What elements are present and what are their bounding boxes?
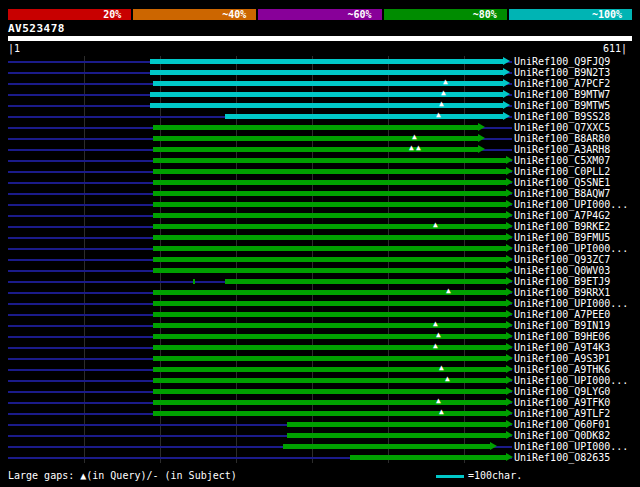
arrowhead-icon <box>503 90 510 98</box>
alignment-bar[interactable] <box>153 290 506 295</box>
alignment-row: UniRef100_Q5SNE1 <box>0 177 640 188</box>
scale-start-label: |1 <box>8 43 20 54</box>
arrowhead-icon <box>503 68 510 76</box>
alignment-bar[interactable] <box>153 345 506 350</box>
arrowhead-icon <box>506 266 513 274</box>
alignment-row: UniRef100_C0PLL2 <box>0 166 640 177</box>
alignment-label[interactable]: UniRef100_UPI000... <box>514 199 628 210</box>
alignment-label[interactable]: UniRef100_B8AR80 <box>514 133 610 144</box>
gap-marker-icon: ▲ <box>439 407 444 417</box>
alignment-bar[interactable] <box>287 422 506 427</box>
alignment-label[interactable]: UniRef100_Q9LYG0 <box>514 386 610 397</box>
alignment-label[interactable]: UniRef100_A9TFK0 <box>514 397 610 408</box>
alignment-bar[interactable] <box>150 59 503 64</box>
alignment-label[interactable]: UniRef100_B8AQW7 <box>514 188 610 199</box>
alignment-label[interactable]: UniRef100_UPI000... <box>514 441 628 452</box>
alignment-label[interactable]: UniRef100_Q9FJQ9 <box>514 56 610 67</box>
alignment-label[interactable]: UniRef100_B9FMU5 <box>514 232 610 243</box>
gap-marker-icon: ▲ <box>441 88 446 98</box>
alignment-bar[interactable] <box>225 279 506 284</box>
alignment-bar[interactable] <box>153 356 506 361</box>
alignment-bar[interactable] <box>153 323 506 328</box>
alignment-bar[interactable] <box>153 235 506 240</box>
alignment-plot: UniRef100_Q9FJQ9UniRef100_B9N2T3▲UniRef1… <box>0 56 640 463</box>
alignment-bar[interactable] <box>283 444 490 449</box>
alignment-label[interactable]: UniRef100_A9T4K3 <box>514 342 610 353</box>
alignment-label[interactable]: UniRef100_Q5SNE1 <box>514 177 610 188</box>
gap-marker-icon: ▲ <box>433 220 438 230</box>
arrowhead-icon <box>506 255 513 263</box>
alignment-label[interactable]: UniRef100_UPI000... <box>514 298 628 309</box>
gap-marker-icon: ▲ <box>439 99 444 109</box>
alignment-bar[interactable] <box>153 169 506 174</box>
alignment-bar[interactable] <box>153 312 506 317</box>
arrowhead-icon <box>503 112 510 120</box>
alignment-label[interactable]: UniRef100_B9MTW7 <box>514 89 610 100</box>
alignment-label[interactable]: UniRef100_B9N2T3 <box>514 67 610 78</box>
alignment-label[interactable]: UniRef100_Q93ZC7 <box>514 254 610 265</box>
alignment-label[interactable]: UniRef100_B9SS28 <box>514 111 610 122</box>
alignment-bar[interactable] <box>150 70 503 75</box>
arrowhead-icon <box>506 409 513 417</box>
alignment-label[interactable]: UniRef100_A9S3P1 <box>514 353 610 364</box>
alignment-bar[interactable] <box>153 257 506 262</box>
alignment-row: UniRef100_Q9FJQ9 <box>0 56 640 67</box>
alignment-bar[interactable] <box>153 246 506 251</box>
alignment-bar[interactable] <box>153 202 506 207</box>
arrowhead-icon <box>478 123 485 131</box>
alignment-label[interactable]: UniRef100_B9RKE2 <box>514 221 610 232</box>
alignment-bar[interactable] <box>153 224 506 229</box>
alignment-label[interactable]: UniRef100_A9THK6 <box>514 364 610 375</box>
alignment-label[interactable]: UniRef100_Q0DK82 <box>514 430 610 441</box>
alignment-bar[interactable] <box>153 268 506 273</box>
alignment-label[interactable]: UniRef100_UPI000... <box>514 243 628 254</box>
alignment-label[interactable]: UniRef100_B9MTW5 <box>514 100 610 111</box>
alignment-label[interactable]: UniRef100_Q0WV03 <box>514 265 610 276</box>
alignment-label[interactable]: UniRef100_A3ARH8 <box>514 144 610 155</box>
alignment-label[interactable]: UniRef100_Q7XXC5 <box>514 122 610 133</box>
arrowhead-icon <box>503 57 510 65</box>
gap-marker-icon: ▲ <box>436 330 441 340</box>
alignment-label[interactable]: UniRef100_B9HE06 <box>514 331 610 342</box>
alignment-bar[interactable] <box>287 433 506 438</box>
alignment-bar[interactable] <box>153 378 506 383</box>
arrowhead-icon <box>506 420 513 428</box>
alignment-bar[interactable] <box>153 158 506 163</box>
alignment-bar[interactable] <box>153 400 506 405</box>
alignment-row: UniRef100_Q0WV03 <box>0 265 640 276</box>
alignment-label[interactable]: UniRef100_O82635 <box>514 452 610 463</box>
alignment-label[interactable]: UniRef100_C5XM07 <box>514 155 610 166</box>
alignment-bar[interactable] <box>350 455 506 460</box>
alignment-bar[interactable] <box>153 367 506 372</box>
alignment-label[interactable]: UniRef100_A7P4G2 <box>514 210 610 221</box>
alignment-label[interactable]: UniRef100_Q60F01 <box>514 419 610 430</box>
gap-marker-icon: ▲ <box>416 143 421 153</box>
alignment-label[interactable]: UniRef100_B9RRX1 <box>514 287 610 298</box>
alignment-label[interactable]: UniRef100_UPI000... <box>514 375 628 386</box>
alignment-bar[interactable] <box>153 180 506 185</box>
alignment-bar[interactable] <box>225 114 503 119</box>
alignment-bar[interactable] <box>150 103 503 108</box>
alignment-bar[interactable] <box>153 191 506 196</box>
alignment-bar[interactable] <box>153 301 506 306</box>
alignment-bar[interactable] <box>153 389 506 394</box>
alignment-bar[interactable] <box>153 136 478 141</box>
alignment-bar[interactable] <box>153 334 506 339</box>
arrowhead-icon <box>506 156 513 164</box>
alignment-label[interactable]: UniRef100_A9TLF2 <box>514 408 610 419</box>
alignment-label[interactable]: UniRef100_B9ETJ9 <box>514 276 610 287</box>
alignment-label[interactable]: UniRef100_A7PCF2 <box>514 78 610 89</box>
alignment-bar[interactable] <box>150 92 503 97</box>
arrowhead-icon <box>478 145 485 153</box>
alignment-bar[interactable] <box>153 81 503 86</box>
alignment-bar[interactable] <box>153 213 506 218</box>
alignment-label[interactable]: UniRef100_A7PEE0 <box>514 309 610 320</box>
alignment-label[interactable]: UniRef100_B9IN19 <box>514 320 610 331</box>
alignment-bar[interactable] <box>153 411 506 416</box>
alignment-bar[interactable] <box>153 125 478 130</box>
alignment-label[interactable]: UniRef100_C0PLL2 <box>514 166 610 177</box>
arrowhead-icon <box>506 310 513 318</box>
alignment-row: ▲UniRef100_B9RKE2 <box>0 221 640 232</box>
alignment-bar[interactable] <box>153 147 478 152</box>
gap-marker-icon: ▲ <box>436 396 441 406</box>
